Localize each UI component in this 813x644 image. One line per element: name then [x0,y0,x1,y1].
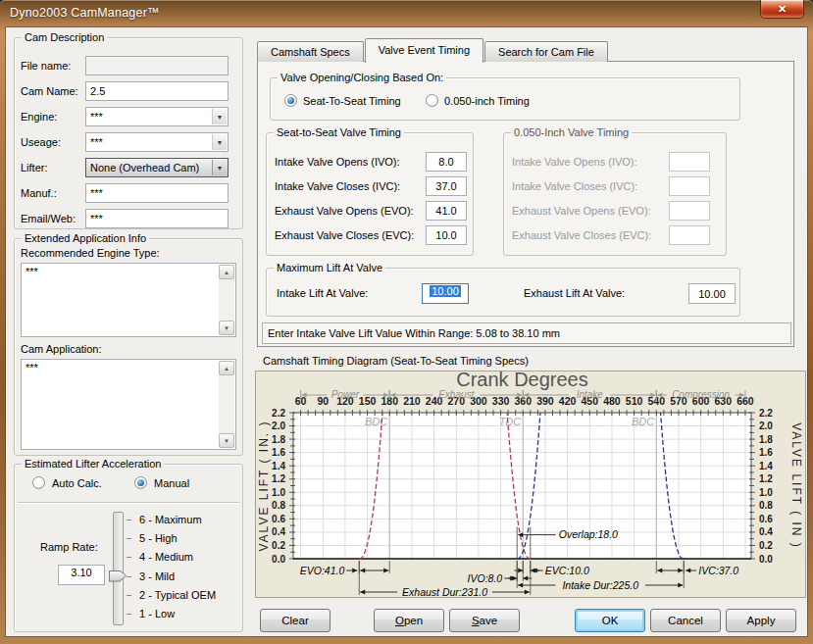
svg-text:0.0: 0.0 [272,554,285,565]
useage-combobox[interactable]: *** ▼ [85,132,229,152]
scroll-up-button[interactable]: ▲ [219,361,234,375]
svg-text:510: 510 [626,395,643,407]
slider-scale-label: 4 - Medium [139,550,193,564]
svg-text:0.8: 0.8 [759,500,773,511]
svg-text:480: 480 [603,395,621,407]
manuf-field[interactable] [85,183,229,203]
ok-button[interactable]: OK [575,609,645,632]
slider-scale-label: 2 - Typical OEM [139,588,216,602]
svg-text:390: 390 [536,395,554,407]
ramp-rate-slider-thumb[interactable] [109,570,127,582]
button-label: Cancel [668,615,703,626]
scroll-up-button[interactable]: ▲ [219,265,234,279]
exhaust-lift-field[interactable] [688,283,736,304]
app-window: Dyno2003 CamManager™ ✕ Cam Description F… [0,0,813,644]
lifter-label: Lifter: [21,158,48,177]
group-0050-inch-timing: 0.050-Inch Valve Timing Intake Valve Ope… [503,132,727,256]
svg-text:0.0: 0.0 [759,554,773,565]
slider-tick [127,576,131,577]
svg-text:1.4: 1.4 [759,461,773,471]
timing-field-input[interactable] [669,176,710,196]
svg-text:EVC:10.0: EVC:10.0 [545,565,589,576]
file-name-field[interactable] [85,56,229,75]
svg-text:0.2: 0.2 [272,540,285,551]
group-title: 0.050-Inch Valve Timing [511,126,632,138]
title-bar[interactable]: Dyno2003 CamManager™ ✕ [0,0,813,27]
clear-button[interactable]: Clear [260,609,330,632]
svg-text:1.0: 1.0 [759,487,773,498]
ramp-rate-slider-track[interactable] [113,512,124,625]
svg-text:VALVE LIFT ( IN ): VALVE LIFT ( IN ) [789,422,803,549]
svg-text:Compression: Compression [672,389,730,400]
timing-field-label: Intake Valve Closes (IVC): [512,176,637,196]
slider-scale-label: 6 - Maximum [139,513,202,526]
tab-search-for-cam-file[interactable]: Search for Cam File [484,41,608,62]
lifter-combobox[interactable]: None (Overhead Cam) ▼ [85,158,229,177]
timing-field-input[interactable] [669,225,710,245]
window-title: Dyno2003 CamManager™ [10,6,160,20]
cam-application-textarea[interactable]: *** ▲ ▼ [21,359,236,450]
svg-text:2.2: 2.2 [759,408,773,419]
svg-text:330: 330 [492,395,510,407]
radio-label: Seat-To-Seat Timing [303,91,401,111]
open-button[interactable]: Open [374,609,444,632]
timing-field-input[interactable] [669,152,710,172]
engine-value: *** [90,111,103,123]
scrollbar[interactable]: ▲ ▼ [219,361,234,448]
close-button[interactable]: ✕ [760,0,804,19]
engine-type-value: *** [25,266,38,277]
group-max-lift: Maximum Lift At Valve Intake Lift At Val… [266,268,740,317]
timing-field-input[interactable] [426,152,467,172]
cam-name-field[interactable] [85,81,229,101]
ramp-rate-field[interactable]: 3.10 [58,565,105,585]
svg-text:Exhaust: Exhaust [438,389,475,400]
slider-scale-label: 1 - Low [139,607,175,620]
svg-text:IVO:8.0: IVO:8.0 [468,572,503,584]
slider-scale-label: 5 - High [139,531,178,545]
apply-button[interactable]: Apply [726,609,796,632]
intake-lift-label: Intake Lift At Valve: [277,283,368,303]
timing-field-input[interactable] [426,225,467,245]
svg-text:2.2: 2.2 [272,408,285,419]
dialog-content: Cam Description File name: Cam Name: Eng… [6,27,807,636]
email-web-field[interactable] [85,209,229,228]
svg-text:IVC:37.0: IVC:37.0 [698,565,738,576]
slider-tick [127,538,131,539]
group-title: Valve Opening/Closing Based On: [278,72,446,83]
intake-lift-field[interactable]: 10.00 [422,283,469,304]
tab-camshaft-specs[interactable]: Camshaft Specs [257,41,364,62]
tab-valve-event-timing[interactable]: Valve Event Timing [365,38,483,63]
cancel-button[interactable]: Cancel [650,609,721,632]
svg-text:1.2: 1.2 [272,473,285,484]
group-title: Maximum Lift At Valve [274,262,385,273]
ramp-rate-label: Ramp Rate: [40,537,98,557]
radio-label: Auto Calc. [52,473,102,493]
cam-application-value: *** [25,362,38,373]
scroll-down-button[interactable]: ▼ [219,321,234,335]
button-label: Save [472,615,497,626]
svg-text:0.4: 0.4 [272,526,285,537]
radio-icon [32,476,45,489]
svg-text:BDC: BDC [365,416,387,427]
engine-type-textarea[interactable]: *** ▲ ▼ [21,263,236,337]
scroll-down-button[interactable]: ▼ [219,433,234,448]
svg-text:210: 210 [403,395,421,407]
scrollbar[interactable]: ▲ ▼ [219,265,234,335]
svg-text:2.0: 2.0 [759,421,773,431]
svg-text:2.0: 2.0 [272,421,285,431]
svg-text:Overlap:18.0: Overlap:18.0 [559,528,618,540]
svg-text:0.4: 0.4 [759,526,773,537]
status-message: Enter Intake Valve Lift Value Within Ran… [262,322,791,344]
engine-combobox[interactable]: *** ▼ [85,107,229,126]
timing-field-input[interactable] [426,201,467,221]
slider-tick [127,557,131,558]
svg-text:Power: Power [331,389,360,400]
timing-row: Intake Valve Closes (IVC): [512,176,720,196]
save-button[interactable]: Save [449,609,520,632]
radio-icon [426,94,438,107]
group-based-on: Valve Opening/Closing Based On: Seat-To-… [270,77,740,121]
slider-tick [127,595,131,596]
timing-field-input[interactable] [426,176,467,196]
timing-field-input[interactable] [669,201,710,221]
useage-value: *** [90,136,103,148]
